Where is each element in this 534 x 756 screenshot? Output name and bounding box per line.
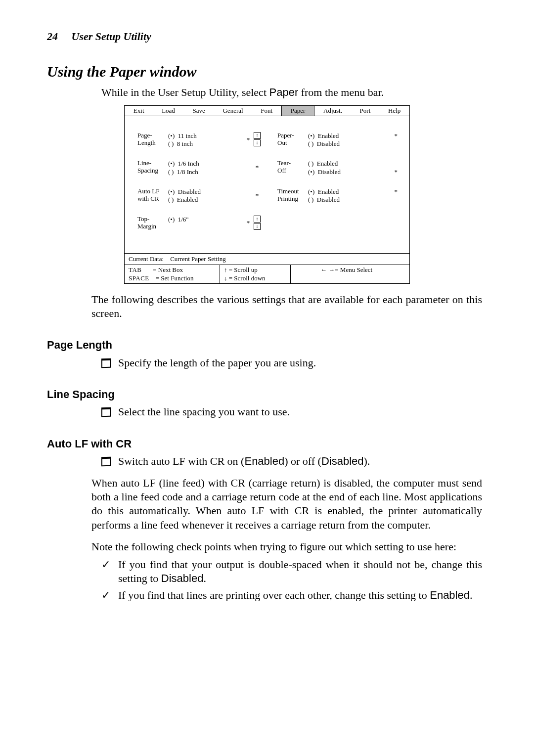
radio-option[interactable]: ( ) 1/8 Inch	[168, 168, 254, 176]
status1-label: Current Data:	[129, 255, 164, 263]
setting-group: Line-Spacing(•) 1/6 Inch( ) 1/8 Inch*	[137, 160, 261, 176]
menu-item-font[interactable]: Font	[252, 106, 281, 116]
arrow-up-icon[interactable]: ↑	[254, 216, 261, 222]
radio-option[interactable]: (•) Enabled*	[308, 132, 400, 140]
radio-option[interactable]: (•) Disabled	[168, 188, 254, 196]
line-spacing-list: Select the line spacing you want to use.	[101, 405, 482, 419]
intro-text: While in the User Setup Utility, select …	[101, 86, 487, 99]
right-arrow-icon: →	[328, 266, 335, 273]
intro-pre: While in the User Setup Utility, select	[101, 86, 269, 98]
setting-group: Paper-Out(•) Enabled*( ) Disabled	[277, 132, 400, 148]
up-arrow-icon: ↑	[224, 266, 227, 273]
tab-desc: = Next Box	[153, 266, 183, 273]
setting-label: Auto LFwith CR	[137, 188, 168, 203]
settings-column-left: Page-Length(•) 11 inch( ) 8 inch*↑↓Line-…	[137, 132, 261, 242]
intro-post: from the menu bar.	[298, 86, 384, 98]
radio-option[interactable]: ( ) Enabled	[308, 160, 400, 168]
star-marker: *	[254, 192, 261, 200]
star-marker: *	[245, 136, 252, 144]
status1-value: Current Paper Setting	[170, 255, 226, 263]
menu-select-desc: = Menu Select	[335, 266, 372, 273]
tab-key: TAB	[129, 266, 141, 273]
left-arrow-icon: ←	[320, 266, 327, 273]
menu-item-load[interactable]: Load	[153, 106, 183, 116]
auto-lf-para-1: When auto LF (line feed) with CR (carria…	[91, 476, 482, 532]
description-paragraph: The following describes the various sett…	[91, 293, 482, 320]
radio-option[interactable]: ( ) 8 inch	[168, 140, 245, 148]
auto-lf-para-2: Note the following check points when try…	[91, 540, 482, 554]
doc-title: User Setup Utility	[72, 30, 151, 43]
setting-options: (•) 1/6 Inch( ) 1/8 Inch	[168, 160, 254, 176]
intro-keyword: Paper	[269, 86, 299, 98]
status2-cell-scroll: ↑ = Scroll up ↓ = Scroll down	[220, 265, 291, 283]
radio-option[interactable]: (•) 11 inch	[168, 132, 245, 140]
scroll-arrows[interactable]: ↑↓	[254, 132, 261, 146]
setting-options: (•) 1/6"	[168, 216, 245, 223]
radio-option[interactable]: (•) Enabled*	[308, 188, 400, 196]
scroll-arrows[interactable]: ↑↓	[254, 216, 261, 230]
status2-cell-menu: ← →= Menu Select	[291, 265, 409, 283]
setting-group: Auto LFwith CR(•) Disabled( ) Enabled*	[137, 188, 261, 204]
auto-lf-heading: Auto LF with CR	[47, 437, 487, 451]
status2-cell-keys: TAB = Next Box SPACE = Set Function	[125, 265, 220, 283]
page-length-list: Specify the length of the paper you are …	[101, 356, 482, 370]
radio-option[interactable]: ( ) Disabled	[308, 140, 400, 148]
setting-options: ( ) Enabled(•) Disabled*	[308, 160, 400, 176]
menu-item-port[interactable]: Port	[351, 106, 379, 116]
setting-options: (•) Disabled( ) Enabled	[168, 188, 254, 204]
menu-item-adjust[interactable]: Adjust.	[314, 106, 351, 116]
setting-label: Paper-Out	[277, 132, 308, 147]
star-marker: *	[245, 219, 252, 227]
page-number: 24	[47, 30, 58, 43]
line-spacing-item: Select the line spacing you want to use.	[101, 405, 482, 419]
setting-label: Page-Length	[137, 132, 168, 147]
arrow-down-icon[interactable]: ↓	[254, 139, 261, 146]
radio-option[interactable]: (•) 1/6 Inch	[168, 160, 254, 168]
scroll-down-desc: = Scroll down	[229, 274, 266, 282]
checkpoint-1: If you find that your output is double-s…	[101, 558, 482, 585]
menu-item-help[interactable]: Help	[379, 106, 409, 116]
space-key: SPACE	[129, 274, 149, 282]
radio-option[interactable]: ( ) Disabled	[308, 196, 400, 204]
arrow-up-icon[interactable]: ↑	[254, 132, 261, 139]
setting-label: Top-Margin	[137, 216, 168, 230]
setting-options: (•) Enabled*( ) Disabled	[308, 132, 400, 148]
auto-lf-item: Switch auto LF with CR on (Enabled) or o…	[101, 454, 482, 468]
section-heading: Using the Paper window	[47, 62, 487, 81]
checkpoint-2: If you find that lines are printing over…	[101, 588, 482, 602]
space-desc: = Set Function	[156, 274, 194, 282]
settings-column-right: Paper-Out(•) Enabled*( ) DisabledTear-Of…	[277, 132, 400, 242]
status-bar-2: TAB = Next Box SPACE = Set Function ↑ = …	[125, 265, 409, 283]
auto-lf-post: ).	[364, 455, 370, 467]
setting-options: (•) 11 inch( ) 8 inch	[168, 132, 245, 148]
scroll-up-desc: = Scroll up	[229, 266, 258, 273]
disabled-keyword: Disabled	[321, 455, 364, 467]
auto-lf-list: Switch auto LF with CR on (Enabled) or o…	[101, 454, 482, 468]
down-arrow-icon: ↓	[224, 274, 227, 282]
status-bar-1: Current Data: Current Paper Setting	[125, 253, 409, 265]
menu-item-exit[interactable]: Exit	[125, 106, 153, 116]
menu-item-paper[interactable]: Paper	[281, 106, 314, 116]
setting-label: TimeoutPrinting	[277, 188, 308, 203]
c2-keyword: Enabled	[430, 589, 470, 601]
c1-keyword: Disabled	[161, 572, 204, 584]
setting-label: Line-Spacing	[137, 160, 168, 175]
radio-option[interactable]: (•) 1/6"	[168, 216, 245, 223]
c2-pre: If you find that lines are printing over…	[118, 589, 430, 601]
c2-post: .	[470, 589, 473, 601]
settings-panel: Page-Length(•) 11 inch( ) 8 inch*↑↓Line-…	[125, 116, 409, 253]
menu-item-save[interactable]: Save	[184, 106, 214, 116]
running-head: 24 User Setup Utility	[47, 30, 487, 44]
arrow-down-icon[interactable]: ↓	[254, 223, 261, 230]
menu-item-general[interactable]: General	[214, 106, 252, 116]
setting-group: Top-Margin(•) 1/6"*↑↓	[137, 216, 261, 230]
setting-group: Page-Length(•) 11 inch( ) 8 inch*↑↓	[137, 132, 261, 148]
checkpoints-list: If you find that your output is double-s…	[101, 558, 482, 602]
radio-option[interactable]: ( ) Enabled	[168, 196, 254, 204]
paper-window: ExitLoadSaveGeneralFontPaperAdjust.PortH…	[124, 105, 410, 284]
setting-group: Tear-Off( ) Enabled(•) Disabled*	[277, 160, 400, 176]
setting-options: (•) Enabled*( ) Disabled	[308, 188, 400, 204]
radio-option[interactable]: (•) Disabled*	[308, 168, 400, 176]
c1-post: .	[203, 572, 206, 584]
page-length-item: Specify the length of the paper you are …	[101, 356, 482, 370]
